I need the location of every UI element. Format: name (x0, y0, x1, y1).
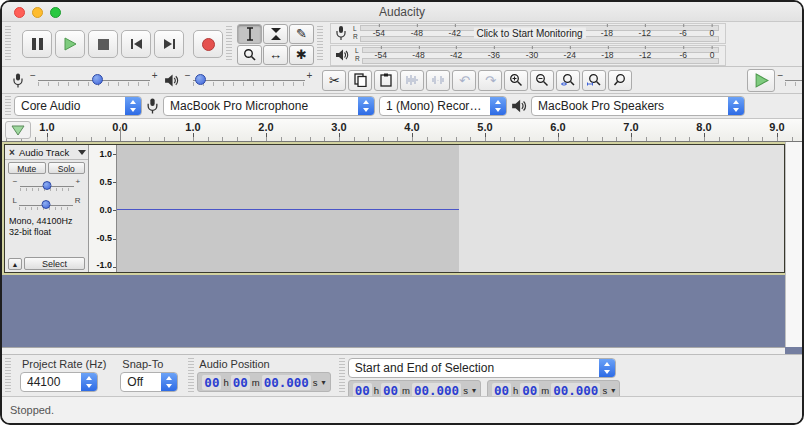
toolbar-grip[interactable] (226, 26, 232, 61)
recording-volume-slider[interactable] (38, 71, 150, 89)
pause-button[interactable] (22, 30, 52, 58)
unit-h: h (223, 377, 228, 388)
time-hours[interactable]: 00 (202, 375, 221, 390)
zoom-out-button[interactable] (530, 70, 554, 91)
audio-position-section: Audio Position 00h 00m 00.000s ▾ (197, 358, 330, 392)
select-track-button[interactable]: Select (24, 257, 85, 270)
play-button[interactable] (55, 30, 85, 58)
start-monitoring-text[interactable]: Click to Start Monitoring (473, 28, 585, 39)
format-dropdown-caret-icon[interactable]: ▾ (611, 386, 615, 395)
toolbar-grip[interactable] (5, 26, 11, 61)
meter-tick: -30 (526, 50, 538, 60)
slider-knob[interactable] (195, 74, 206, 85)
toolbar-grip[interactable] (5, 96, 11, 115)
ruler-label: 2.0 (258, 121, 273, 133)
play-at-speed-button[interactable] (747, 69, 775, 92)
gain-plus-label: + (76, 177, 81, 186)
playback-meter[interactable]: LR -54 -48 -42 -36 -30 -24 -18 -12 -6 0 (330, 45, 726, 66)
microphone-icon (335, 25, 347, 41)
trim-audio-button[interactable] (400, 70, 424, 91)
audacity-window: Audacity ✎ ↔ ✱ LR (0, 0, 804, 425)
skip-to-end-button[interactable] (154, 30, 184, 58)
zoom-tool-button[interactable] (237, 45, 262, 65)
gain-slider[interactable] (20, 178, 74, 194)
ruler-label: 9.0 (769, 121, 784, 133)
toolbar-grip[interactable] (317, 26, 323, 61)
cut-button[interactable]: ✂ (322, 70, 346, 91)
audio-position-field[interactable]: 00h 00m 00.000s ▾ (197, 372, 330, 392)
pinned-playhead-button[interactable] (5, 121, 31, 139)
timeshift-tool-button[interactable]: ↔ (263, 45, 288, 65)
collapse-track-button[interactable]: ▲ (8, 258, 22, 270)
project-rate-dropdown[interactable]: 44100 (20, 372, 98, 392)
fit-project-button[interactable] (582, 70, 606, 91)
mute-button[interactable]: Mute (8, 162, 46, 174)
stop-button[interactable] (88, 30, 118, 58)
redo-button[interactable]: ↷ (478, 70, 502, 91)
toolbar-grip[interactable] (188, 358, 194, 394)
horizontal-scrollbar[interactable] (2, 347, 785, 354)
record-button[interactable] (193, 30, 223, 58)
toolbar-grip[interactable] (339, 358, 345, 394)
transport-toolbar (22, 30, 223, 58)
play-speed-slider[interactable] (785, 71, 804, 89)
waveform-zero-line (117, 209, 459, 210)
solo-button[interactable]: Solo (48, 162, 86, 174)
recording-device-dropdown[interactable]: MacBook Pro Microphone (163, 96, 375, 116)
toolbar-grip[interactable] (5, 358, 11, 394)
silence-audio-button[interactable] (426, 70, 450, 91)
play-at-speed-toolbar: − + (747, 69, 804, 92)
playback-meter-bar[interactable]: -54 -48 -42 -36 -30 -24 -18 -12 -6 0 (362, 46, 721, 65)
track-menu-dropdown-icon[interactable] (78, 150, 86, 155)
vertical-scrollbar[interactable] (785, 142, 802, 347)
window-title: Audacity (2, 2, 802, 22)
vertical-scale-ruler[interactable]: 1.0 0.5 0.0 -0.5 -1.0 (89, 145, 117, 272)
track-title[interactable]: Audio Track (19, 147, 76, 158)
meter-tick: -18 (601, 50, 613, 60)
zoom-toggle-button[interactable] (608, 70, 632, 91)
meter-tick: -6 (679, 28, 687, 38)
timeline-ruler[interactable]: 1.0 0.0 1.0 2.0 3.0 4.0 5.0 6.0 7.0 8.0 … (2, 119, 802, 142)
playback-volume-slider[interactable] (193, 71, 305, 89)
time-minutes[interactable]: 00 (231, 375, 250, 390)
undo-button[interactable]: ↶ (452, 70, 476, 91)
recording-meter[interactable]: LR -54 -48 -42 -18 -12 -6 0 Click to Sta… (330, 23, 726, 44)
zoom-in-button[interactable] (504, 70, 528, 91)
slider-knob[interactable] (41, 200, 50, 209)
audio-host-dropdown[interactable]: Core Audio (14, 96, 142, 116)
playback-device-dropdown[interactable]: MacBook Pro Speakers (531, 96, 745, 116)
second-toolbar-row: − + − + ✂ ↶ ↷ (2, 67, 802, 94)
multi-tool-button[interactable]: ✱ (289, 45, 314, 65)
paste-button[interactable] (374, 70, 398, 91)
format-dropdown-caret-icon[interactable]: ▾ (472, 386, 476, 395)
undo-icon: ↶ (459, 73, 470, 88)
meter-channel-labels: LR (355, 47, 360, 63)
record-icon (202, 38, 215, 51)
device-toolbar: Core Audio MacBook Pro Microphone 1 (Mon… (2, 94, 802, 119)
clipboard-icon (380, 73, 392, 87)
selection-range-section: Start and End of Selection 00h 00m 00.00… (348, 358, 621, 400)
recording-meter-bar[interactable]: -54 -48 -42 -18 -12 -6 0 Click to Start … (360, 24, 721, 43)
copy-button[interactable] (348, 70, 372, 91)
selection-mode-dropdown[interactable]: Start and End of Selection (348, 358, 616, 378)
selection-tool-button[interactable] (237, 24, 262, 44)
pan-slider[interactable] (19, 197, 73, 213)
fit-selection-button[interactable] (556, 70, 580, 91)
ruler-label: 4.0 (404, 121, 419, 133)
track-close-button[interactable]: × (7, 147, 17, 158)
recording-channels-dropdown[interactable]: 1 (Mono) Recordin... (379, 96, 507, 116)
audio-track[interactable]: × Audio Track Mute Solo − + L R (4, 144, 785, 273)
waveform-area[interactable] (117, 145, 784, 272)
gain-minus-label: − (13, 177, 18, 186)
slider-minus-label: − (777, 70, 783, 81)
skip-to-start-button[interactable] (121, 30, 151, 58)
meter-tick: -24 (564, 50, 576, 60)
snap-to-dropdown[interactable]: Off (120, 372, 178, 392)
format-dropdown-caret-icon[interactable]: ▾ (322, 378, 326, 387)
ruler-label: 5.0 (477, 121, 492, 133)
slider-knob[interactable] (42, 181, 51, 190)
draw-tool-button[interactable]: ✎ (289, 24, 314, 44)
slider-knob[interactable] (92, 74, 103, 85)
time-seconds[interactable]: 00.000 (262, 375, 311, 390)
envelope-tool-button[interactable] (263, 24, 288, 44)
